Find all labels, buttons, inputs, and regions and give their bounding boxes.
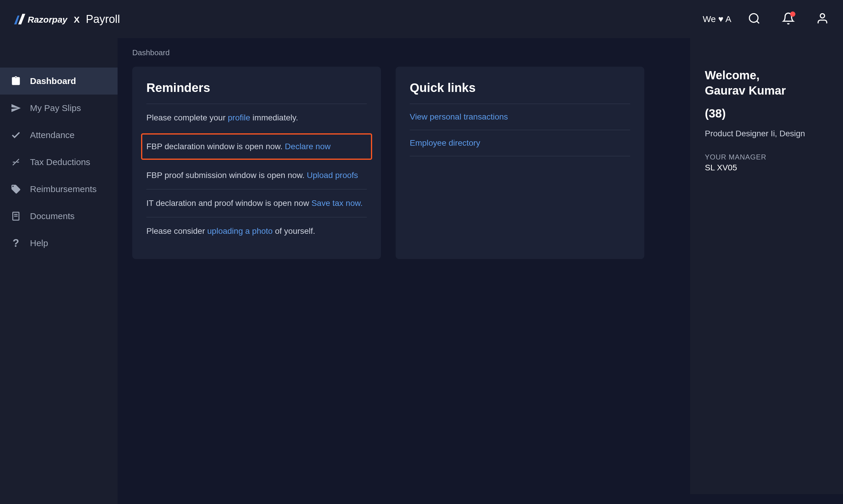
logo-mark: Razorpay X [14, 13, 82, 25]
employee-role: Product Designer Ii, Design [705, 129, 828, 138]
sidebar-label: My Pay Slips [30, 103, 81, 113]
upload-proofs-link[interactable]: Upload proofs [307, 170, 358, 180]
product-name: Payroll [86, 13, 120, 25]
main-content: Dashboard Reminders Please complete your… [132, 48, 675, 494]
sidebar-item-reimbursements[interactable]: Reimbursements [0, 176, 118, 203]
sidebar-item-payslips[interactable]: My Pay Slips [0, 94, 118, 122]
upload-photo-link[interactable]: uploading a photo [207, 227, 273, 236]
user-icon [816, 12, 829, 25]
sidebar-item-help[interactable]: ? Help [0, 230, 118, 257]
tag-icon [11, 184, 21, 194]
send-icon [11, 103, 21, 113]
help-icon: ? [11, 238, 21, 249]
reminder-fbp-declare: FBP declaration window is open now. Decl… [141, 133, 372, 160]
document-icon [11, 211, 21, 221]
svg-text:Razorpay: Razorpay [28, 15, 68, 24]
search-icon [748, 12, 761, 25]
breadcrumb: Dashboard [132, 48, 675, 57]
sidebar-label: Attendance [30, 130, 75, 140]
quicklink-label: Employee directory [410, 138, 480, 147]
quicklink-label: View personal transactions [410, 112, 508, 121]
search-button[interactable] [748, 12, 761, 26]
manager-label: YOUR MANAGER [705, 153, 828, 161]
reminders-title: Reminders [146, 81, 367, 95]
sidebar-label: Dashboard [30, 76, 76, 86]
quicklink-transactions[interactable]: View personal transactions [410, 104, 630, 130]
reminder-it-declare: IT declaration and proof window is open … [146, 190, 367, 217]
reminder-text: Please complete your [146, 113, 228, 122]
sidebar: Dashboard My Pay Slips Attendance [0, 38, 118, 504]
quicklinks-card: Quick links View personal transactions E… [396, 67, 644, 259]
profile-link[interactable]: profile [228, 113, 250, 122]
svg-point-4 [820, 14, 825, 18]
sidebar-label: Tax Deductions [30, 157, 90, 167]
reminder-fbp-proof: FBP proof submission window is open now.… [146, 162, 367, 189]
reminder-text: Please consider [146, 227, 207, 236]
sidebar-item-tax[interactable]: Tax Deductions [0, 149, 118, 176]
check-icon [11, 130, 21, 140]
razorpay-logo-icon: Razorpay X [14, 13, 82, 25]
sidebar-label: Help [30, 238, 48, 248]
clipboard-icon [11, 76, 21, 86]
svg-text:X: X [74, 15, 80, 24]
app-header: Razorpay X Payroll We ♥ A [0, 0, 843, 38]
save-tax-link[interactable]: Save tax now. [311, 199, 363, 208]
percent-icon [11, 157, 21, 167]
welcome-heading: Welcome, Gaurav Kumar [705, 68, 828, 98]
employee-id: (38) [705, 107, 828, 120]
cards-row: Reminders Please complete your profile i… [132, 67, 675, 259]
sidebar-label: Documents [30, 211, 75, 221]
header-right: We ♥ A [703, 12, 829, 26]
header-icons [748, 12, 829, 26]
content-area: Dashboard Reminders Please complete your… [118, 38, 843, 504]
reminder-text: immediately. [250, 113, 298, 122]
user-name: Gaurav Kumar [705, 84, 786, 97]
manager-name: SL XV05 [705, 163, 828, 173]
sidebar-item-documents[interactable]: Documents [0, 203, 118, 230]
sidebar-item-dashboard[interactable]: Dashboard [0, 68, 118, 94]
quicklinks-title: Quick links [410, 81, 630, 95]
divider [410, 156, 630, 156]
reminder-text: FBP declaration window is open now. [146, 142, 285, 151]
quicklink-directory[interactable]: Employee directory [410, 130, 630, 156]
notification-dot-icon [790, 12, 795, 17]
profile-button[interactable] [816, 12, 829, 26]
reminder-profile: Please complete your profile immediately… [146, 104, 367, 131]
sidebar-item-attendance[interactable]: Attendance [0, 122, 118, 149]
notifications-button[interactable] [782, 12, 795, 26]
reminder-photo: Please consider uploading a photo of you… [146, 217, 367, 245]
svg-line-3 [757, 21, 759, 23]
reminder-text: IT declaration and proof window is open … [146, 199, 311, 208]
reminder-text: of yourself. [273, 227, 315, 236]
welcome-label: Welcome, [705, 69, 759, 82]
svg-text:?: ? [13, 238, 19, 249]
header-tagline: We ♥ A [703, 14, 731, 24]
logo-section: Razorpay X Payroll [14, 13, 120, 25]
sidebar-label: Reimbursements [30, 184, 97, 194]
reminders-card: Reminders Please complete your profile i… [132, 67, 381, 259]
reminder-text: FBP proof submission window is open now. [146, 170, 307, 180]
profile-panel: Welcome, Gaurav Kumar (38) Product Desig… [690, 38, 843, 494]
svg-point-2 [750, 14, 758, 22]
declare-now-link[interactable]: Declare now [285, 142, 331, 151]
main-container: Dashboard My Pay Slips Attendance [0, 38, 843, 504]
